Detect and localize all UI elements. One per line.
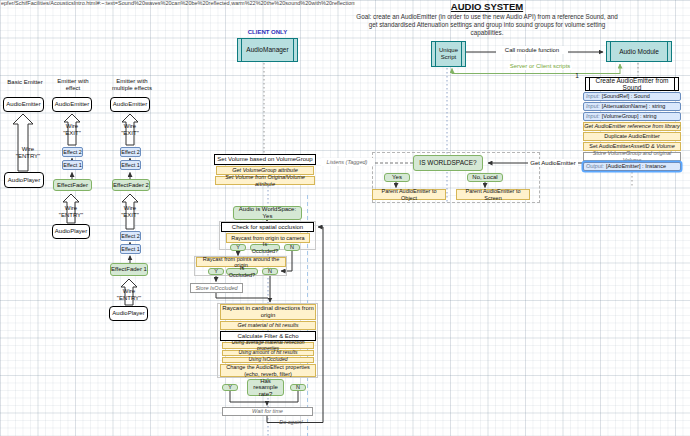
table-row-duplicate[interactable]: Duplicate AudioEmitter	[583, 132, 681, 141]
table-header-create-audioemitter[interactable]: Create AudioEmitter from Sound	[585, 77, 679, 91]
node-occluded2-n[interactable]: N	[262, 268, 278, 275]
node-parent-to-object[interactable]: Parent AudioEmitter to Object	[372, 189, 446, 200]
node-resample-y[interactable]: Y	[222, 384, 238, 391]
node-set-volume-header[interactable]: Set Volume based on VolumeGroup	[214, 154, 316, 165]
label-listens-tagged: Listens (Tagged)	[321, 158, 373, 166]
table-row-output-audioemitter[interactable]: Output: [AudioEmitter] : Instance	[583, 162, 681, 171]
table-row-store-volumegroup[interactable]: Store VolumeGroup and original Volume	[583, 152, 681, 161]
input-text: [SoundRef] : Sound	[602, 93, 650, 99]
node-effect1a-multi[interactable]: Effect 1	[120, 160, 141, 170]
table-row-input-soundref[interactable]: Input: [SoundRef] : Sound	[583, 92, 681, 101]
node-using-reflection[interactable]: Using average material reflection proper…	[222, 342, 314, 349]
wire-label-entry-multi[interactable]: Wire "ENTRY"	[115, 288, 143, 301]
node-audioemitter-multi[interactable]: AudioEmitter	[110, 97, 150, 112]
wire-label-exit1-multi[interactable]: Wire "EXIT"	[116, 123, 144, 136]
node-is-occluded2[interactable]: Is Occluded?	[226, 268, 258, 275]
status-url: epfer/SchifFacilities/AcousticsIntro.htm…	[1, 0, 355, 6]
table-row-get-reference[interactable]: Get AudioEmitter reference from library	[583, 122, 681, 131]
node-occluded2-y[interactable]: Y	[208, 268, 224, 275]
input-text: [VolumeGroup] : string	[602, 113, 657, 119]
node-set-volume-from-original[interactable]: Set Volume from OriginalVolume attribute	[215, 176, 315, 185]
node-effect1-single[interactable]: Effect 1	[62, 160, 83, 170]
node-is-worldspace[interactable]: IS WORLDSPACE?	[413, 155, 483, 171]
label-server-or-client-scripts: Server or Client scripts	[508, 62, 572, 70]
label-emitter-with-effect[interactable]: Emitter with effect	[52, 77, 94, 92]
node-worldspace-no[interactable]: No, Local	[467, 173, 503, 182]
node-audioplayer-single[interactable]: AudioPlayer	[52, 224, 90, 239]
node-parent-to-screen[interactable]: Parent AudioEmitter to Screen	[456, 189, 530, 200]
input-prefix: Input:	[586, 103, 600, 109]
node-effect1b-multi[interactable]: Effect 1	[120, 244, 141, 254]
node-effectfader1-multi[interactable]: EffectFader 1	[110, 263, 148, 276]
node-change-audioeffect[interactable]: Change the AudioEffect properties (echo,…	[220, 364, 316, 377]
node-unique-script[interactable]: Unique Script	[431, 41, 466, 67]
output-text: [AudioEmitter] : Instance	[606, 163, 666, 169]
node-wait-for-time[interactable]: Wait for time	[222, 407, 313, 416]
wire-label-exit2-multi[interactable]: Wire "EXIT"	[116, 205, 144, 218]
wire-label-entry-single[interactable]: Wire "ENTRY"	[57, 205, 85, 218]
node-effect2b-multi[interactable]: Effect 2	[120, 231, 141, 241]
connector-layer	[0, 0, 690, 436]
node-using-hit-results[interactable]: Using amount of hit results	[222, 350, 314, 356]
node-audioemitter-single[interactable]: AudioEmitter	[52, 97, 92, 112]
node-raycast-cardinal[interactable]: Raycast in cardinal directions from orig…	[220, 304, 316, 320]
label-emitter-multi[interactable]: Emitter with multiple effects	[106, 77, 158, 92]
node-occluded1-n[interactable]: N	[284, 244, 300, 251]
action-text-italic: AssetID & Volume	[630, 143, 674, 149]
node-audioemitter-basic[interactable]: AudioEmitter	[3, 97, 44, 112]
wire-label-entry-basic[interactable]: Wire "ENTRY"	[14, 146, 42, 159]
node-check-spatial-occlusion[interactable]: Check for spatial occlusion	[221, 222, 314, 232]
node-effect2-single[interactable]: Effect 2	[62, 147, 83, 157]
page-title[interactable]: AUDIO SYSTEM	[430, 2, 544, 13]
action-text: Set AudioEmitter	[589, 143, 630, 149]
output-prefix: Output:	[586, 163, 604, 169]
label-do-again: Do again!	[276, 418, 306, 426]
wire-label-exit-single[interactable]: Wire "EXIT"	[58, 123, 86, 136]
node-resample-n[interactable]: N	[290, 384, 306, 391]
node-get-material[interactable]: Get material of hit results	[220, 321, 316, 330]
input-prefix: Input:	[586, 113, 600, 119]
node-using-isoccluded[interactable]: Using IsOccluded	[222, 357, 314, 363]
node-effectfader2-multi[interactable]: EffectFader 2	[112, 179, 150, 191]
label-basic-emitter[interactable]: Basic Emitter	[2, 78, 48, 86]
node-store-isoccluded[interactable]: Store IsOccluded	[190, 283, 243, 293]
node-audiomanager[interactable]: AudioManager	[237, 38, 298, 62]
goal-text[interactable]: Goal: create an AudioEmitter (in order t…	[352, 13, 622, 37]
node-audio-is-worldspace-yes[interactable]: Audio is WorldSpace: Yes	[233, 206, 302, 220]
node-audioplayer-basic[interactable]: AudioPlayer	[4, 172, 44, 188]
input-text: [AttenuationName] : string	[602, 103, 666, 109]
label-client-only[interactable]: CLIENT ONLY	[237, 28, 298, 36]
table-row-input-volumegroup[interactable]: Input: [VolumeGroup] : string	[583, 112, 681, 121]
diagram-canvas: epfer/SchifFacilities/AcousticsIntro.htm…	[0, 0, 690, 436]
node-audio-module[interactable]: Audio Module	[606, 41, 672, 62]
label-call-module-function: Call module function	[496, 46, 568, 54]
node-audioplayer-multi[interactable]: AudioPlayer	[109, 306, 148, 321]
node-is-occluded1[interactable]: Is Occluded?	[250, 244, 280, 251]
node-effect2a-multi[interactable]: Effect 2	[120, 147, 141, 157]
node-occluded1-y[interactable]: Y	[230, 244, 246, 251]
input-prefix: Input:	[586, 93, 600, 99]
label-table-index: 1	[573, 72, 581, 80]
node-effectfader-single[interactable]: EffectFader	[53, 179, 92, 191]
label-get-audioemitter: Get AudioEmitter	[528, 159, 578, 167]
table-row-input-attenuation[interactable]: Input: [AttenuationName] : string	[583, 102, 681, 111]
node-has-resample-rate[interactable]: Has resample rate?	[247, 379, 284, 396]
node-worldspace-yes[interactable]: Yes	[384, 173, 410, 182]
